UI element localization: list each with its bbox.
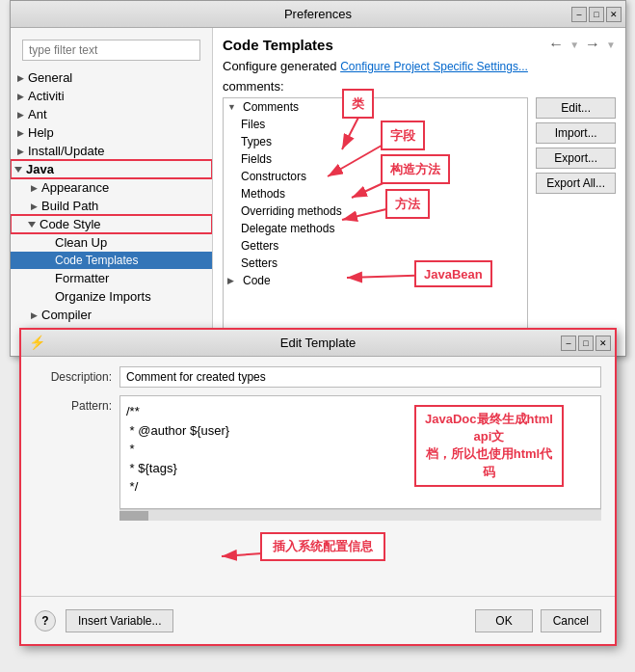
tree-fields[interactable]: Fields (224, 150, 527, 168)
tree-getters[interactable]: Getters (224, 237, 527, 255)
code-line-2: * @author ${user} (126, 421, 595, 441)
sidebar-item-java[interactable]: Java (11, 160, 212, 178)
sidebar-item-appearance[interactable]: ▶ Appearance (11, 178, 212, 197)
expand-arrow-open (28, 222, 36, 228)
sidebar-item-activiti[interactable]: ▶ Activiti (11, 87, 212, 105)
filter-input[interactable] (22, 40, 200, 61)
config-label: Configure generated (223, 59, 337, 73)
sidebar-item-ant[interactable]: ▶ Ant (11, 105, 212, 123)
templates-panel: ▼ Comments Files Types Fields Constructo… (223, 97, 616, 348)
tree-expand-icon2: ▶ (227, 276, 241, 285)
dialog-maximize-button[interactable]: □ (578, 336, 594, 351)
config-comments-label: comments: (223, 79, 284, 94)
expand-arrow: ▶ (28, 201, 40, 212)
code-line-4: * ${tags} (126, 459, 595, 478)
sidebar-label-clean-up: Clean Up (55, 235, 107, 250)
sidebar-item-compiler[interactable]: ▶ Compiler (11, 306, 212, 324)
dialog-close-button[interactable]: ✕ (595, 336, 611, 351)
tree-overriding-methods[interactable]: Overriding methods (224, 202, 527, 220)
tree-code[interactable]: ▶ Code (224, 272, 527, 289)
title-bar: Preferences – □ ✕ (11, 1, 625, 28)
minimize-button[interactable]: – (571, 7, 587, 22)
sidebar-item-formatter[interactable]: Formatter (11, 269, 212, 287)
sidebar-label-java: Java (26, 162, 54, 176)
tree-panel[interactable]: ▼ Comments Files Types Fields Constructo… (223, 97, 528, 348)
tree-comments[interactable]: ▼ Comments (224, 98, 527, 116)
footer-right: OK Cancel (475, 609, 601, 632)
dialog-title-bar: ⚡ Edit Template – □ ✕ (21, 330, 615, 357)
expand-arrow-open (14, 167, 22, 173)
sidebar-label-code-templates: Code Templates (55, 254, 139, 267)
expand-arrow: ▶ (14, 91, 26, 102)
back-button[interactable]: ← (548, 36, 564, 53)
config-row: Configure generated Configure Project Sp… (223, 59, 616, 73)
sidebar-item-general[interactable]: ▶ General (11, 68, 212, 87)
maximize-button[interactable]: □ (589, 7, 604, 22)
tree-label-code: Code (243, 274, 271, 287)
pattern-label: Pattern: (35, 395, 112, 413)
pattern-area-container: /** * @author ${user} * * ${tags} */ (119, 395, 601, 521)
expand-arrow (41, 291, 53, 303)
sidebar-item-code-style[interactable]: Code Style (11, 215, 212, 233)
dialog-footer: ? Insert Variable... OK Cancel (21, 596, 615, 644)
description-row: Description: (35, 366, 601, 388)
pref-body: ▶ General ▶ Activiti ▶ Ant ▶ Help ▶ Inst… (11, 28, 625, 356)
forward-button[interactable]: → (585, 36, 600, 53)
export-button[interactable]: Export... (536, 148, 616, 169)
sidebar-label-appearance: Appearance (41, 180, 109, 195)
sidebar-label-code-style: Code Style (40, 217, 101, 231)
cancel-button[interactable]: Cancel (541, 609, 601, 632)
tree-label-getters: Getters (241, 239, 278, 253)
tree-expand-icon: ▼ (227, 102, 241, 112)
forward-dropdown[interactable]: ▼ (606, 40, 616, 50)
tree-label-files: Files (241, 118, 265, 131)
sidebar-item-organize-imports[interactable]: Organize Imports (11, 287, 212, 306)
tree-label-setters: Setters (241, 256, 278, 270)
scrollbar-thumb[interactable] (119, 511, 148, 521)
tree-delegate-methods[interactable]: Delegate methods (224, 220, 527, 237)
tree-label-methods: Methods (241, 187, 285, 201)
expand-arrow (41, 237, 53, 249)
dialog-title: Edit Template (280, 336, 357, 350)
sidebar-item-help[interactable]: ▶ Help (11, 123, 212, 142)
expand-arrow: ▶ (14, 72, 26, 84)
tree-label-overriding: Overriding methods (241, 204, 342, 218)
description-input[interactable] (119, 366, 601, 388)
content-title: Code Templates (223, 37, 333, 53)
tree-label-comments: Comments (243, 100, 299, 114)
expand-arrow: ▶ (14, 146, 26, 157)
code-line-5: */ (126, 477, 595, 497)
insert-variable-button[interactable]: Insert Variable... (66, 609, 173, 632)
sidebar-item-build-path[interactable]: ▶ Build Path (11, 197, 212, 215)
dialog-body: Description: Pattern: /** * @author ${us… (21, 357, 615, 596)
tree-label-fields: Fields (241, 152, 272, 166)
tree-methods[interactable]: Methods (224, 185, 527, 202)
content-area: Code Templates ← ▼ → ▼ Configure generat… (213, 28, 625, 356)
dropdown-button[interactable]: ▼ (569, 40, 579, 50)
tree-files[interactable]: Files (224, 116, 527, 133)
import-button[interactable]: Import... (536, 122, 616, 144)
sidebar-label-help: Help (28, 125, 54, 140)
config-link[interactable]: Configure Project Specific Settings... (340, 60, 528, 73)
tree-constructors[interactable]: Constructors (224, 168, 527, 185)
export-all-button[interactable]: Export All... (536, 173, 616, 194)
horizontal-scrollbar[interactable] (119, 509, 601, 521)
sidebar-label-ant: Ant (28, 107, 47, 121)
edit-button[interactable]: Edit... (536, 97, 616, 119)
ok-button[interactable]: OK (475, 609, 532, 632)
tree-types[interactable]: Types (224, 133, 527, 150)
expand-arrow: ▶ (28, 309, 40, 321)
sidebar-label-build-path: Build Path (41, 199, 98, 213)
sidebar-item-install-update[interactable]: ▶ Install/Update (11, 142, 212, 160)
sidebar-item-clean-up[interactable]: Clean Up (11, 233, 212, 252)
sidebar-item-code-templates[interactable]: Code Templates (11, 252, 212, 269)
dialog-minimize-button[interactable]: – (561, 336, 576, 351)
dialog-controls: – □ ✕ (561, 336, 611, 351)
sidebar: ▶ General ▶ Activiti ▶ Ant ▶ Help ▶ Inst… (11, 28, 213, 356)
tree-setters[interactable]: Setters (224, 255, 527, 272)
buttons-panel: Edit... Import... Export... Export All..… (536, 97, 616, 348)
close-button[interactable]: ✕ (606, 7, 622, 22)
code-area[interactable]: /** * @author ${user} * * ${tags} */ (119, 395, 601, 509)
help-button[interactable]: ? (35, 610, 56, 632)
tree-label-types: Types (241, 135, 272, 148)
